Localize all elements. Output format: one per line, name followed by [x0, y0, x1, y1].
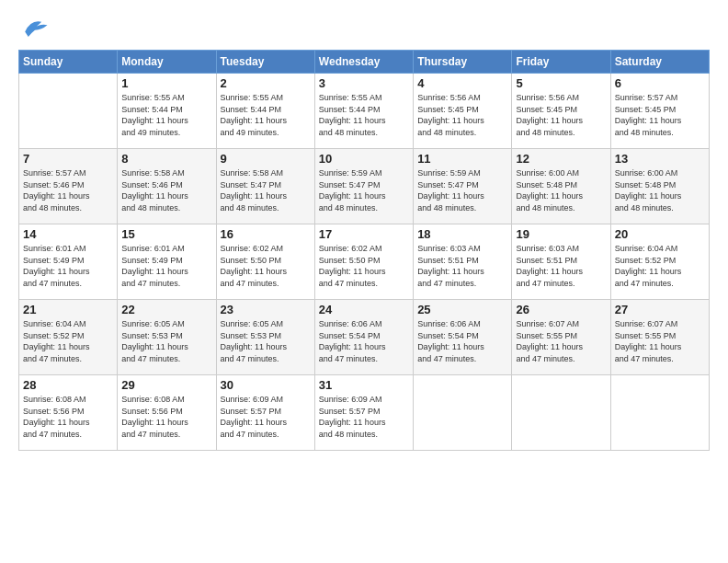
cell-info: Sunrise: 6:05 AM Sunset: 5:53 PM Dayligh…	[121, 318, 211, 364]
weekday-header-wednesday: Wednesday	[314, 51, 413, 74]
logo	[18, 15, 55, 40]
weekday-header-saturday: Saturday	[610, 51, 709, 74]
header	[18, 15, 710, 40]
calendar-cell: 27Sunrise: 6:07 AM Sunset: 5:55 PM Dayli…	[610, 300, 709, 375]
calendar-cell: 2Sunrise: 5:55 AM Sunset: 5:44 PM Daylig…	[216, 74, 314, 149]
day-number: 31	[319, 378, 409, 392]
calendar-cell: 22Sunrise: 6:05 AM Sunset: 5:53 PM Dayli…	[118, 300, 216, 375]
calendar-cell: 3Sunrise: 5:55 AM Sunset: 5:44 PM Daylig…	[314, 74, 413, 149]
calendar-cell: 8Sunrise: 5:58 AM Sunset: 5:46 PM Daylig…	[118, 149, 216, 224]
cell-info: Sunrise: 6:02 AM Sunset: 5:50 PM Dayligh…	[221, 243, 311, 289]
day-number: 7	[23, 152, 113, 166]
day-number: 10	[319, 152, 409, 166]
calendar-cell	[414, 375, 512, 451]
cell-info: Sunrise: 6:05 AM Sunset: 5:53 PM Dayligh…	[221, 318, 311, 364]
calendar-cell: 1Sunrise: 5:55 AM Sunset: 5:44 PM Daylig…	[118, 74, 216, 149]
cell-info: Sunrise: 6:04 AM Sunset: 5:52 PM Dayligh…	[23, 318, 113, 364]
day-number: 19	[516, 227, 606, 241]
day-number: 4	[417, 76, 507, 90]
day-number: 12	[516, 152, 606, 166]
cell-info: Sunrise: 6:06 AM Sunset: 5:54 PM Dayligh…	[319, 318, 409, 364]
cell-info: Sunrise: 5:55 AM Sunset: 5:44 PM Dayligh…	[121, 92, 211, 138]
day-number: 15	[121, 227, 211, 241]
calendar-cell: 4Sunrise: 5:56 AM Sunset: 5:45 PM Daylig…	[414, 74, 512, 149]
day-number: 9	[221, 152, 311, 166]
weekday-header-tuesday: Tuesday	[216, 51, 314, 74]
weekday-header-friday: Friday	[512, 51, 610, 74]
calendar-cell: 20Sunrise: 6:04 AM Sunset: 5:52 PM Dayli…	[610, 224, 709, 300]
calendar-cell: 24Sunrise: 6:06 AM Sunset: 5:54 PM Dayli…	[314, 300, 413, 375]
day-number: 26	[516, 303, 606, 316]
cell-info: Sunrise: 5:59 AM Sunset: 5:47 PM Dayligh…	[417, 167, 507, 213]
day-number: 28	[23, 378, 113, 392]
calendar-cell: 17Sunrise: 6:02 AM Sunset: 5:50 PM Dayli…	[314, 224, 413, 300]
day-number: 11	[417, 152, 507, 166]
day-number: 8	[121, 152, 211, 166]
cell-info: Sunrise: 6:01 AM Sunset: 5:49 PM Dayligh…	[121, 243, 211, 289]
calendar-table: SundayMondayTuesdayWednesdayThursdayFrid…	[18, 50, 710, 451]
day-number: 23	[221, 303, 311, 316]
calendar-cell: 6Sunrise: 5:57 AM Sunset: 5:45 PM Daylig…	[610, 74, 709, 149]
calendar-cell: 31Sunrise: 6:09 AM Sunset: 5:57 PM Dayli…	[314, 375, 413, 451]
calendar-cell: 14Sunrise: 6:01 AM Sunset: 5:49 PM Dayli…	[19, 224, 118, 300]
day-number: 20	[615, 227, 705, 241]
weekday-header-sunday: Sunday	[19, 51, 118, 74]
logo-icon	[18, 15, 51, 40]
day-number: 24	[319, 303, 409, 316]
calendar-cell: 11Sunrise: 5:59 AM Sunset: 5:47 PM Dayli…	[414, 149, 512, 224]
cell-info: Sunrise: 5:58 AM Sunset: 5:46 PM Dayligh…	[121, 167, 211, 213]
day-number: 21	[23, 303, 113, 316]
day-number: 5	[516, 76, 606, 90]
cell-info: Sunrise: 5:59 AM Sunset: 5:47 PM Dayligh…	[319, 167, 409, 213]
cell-info: Sunrise: 6:08 AM Sunset: 5:56 PM Dayligh…	[121, 394, 211, 440]
day-number: 18	[417, 227, 507, 241]
week-row-1: 1Sunrise: 5:55 AM Sunset: 5:44 PM Daylig…	[19, 74, 710, 149]
cell-info: Sunrise: 6:01 AM Sunset: 5:49 PM Dayligh…	[23, 243, 113, 289]
cell-info: Sunrise: 6:06 AM Sunset: 5:54 PM Dayligh…	[417, 318, 507, 364]
calendar-cell: 29Sunrise: 6:08 AM Sunset: 5:56 PM Dayli…	[118, 375, 216, 451]
day-number: 17	[319, 227, 409, 241]
cell-info: Sunrise: 5:58 AM Sunset: 5:47 PM Dayligh…	[221, 167, 311, 213]
cell-info: Sunrise: 6:03 AM Sunset: 5:51 PM Dayligh…	[516, 243, 606, 289]
day-number: 16	[221, 227, 311, 241]
cell-info: Sunrise: 6:09 AM Sunset: 5:57 PM Dayligh…	[221, 394, 311, 440]
page-container: SundayMondayTuesdayWednesdayThursdayFrid…	[0, 0, 728, 460]
cell-info: Sunrise: 6:02 AM Sunset: 5:50 PM Dayligh…	[319, 243, 409, 289]
calendar-cell: 21Sunrise: 6:04 AM Sunset: 5:52 PM Dayli…	[19, 300, 118, 375]
week-row-2: 7Sunrise: 5:57 AM Sunset: 5:46 PM Daylig…	[19, 149, 710, 224]
calendar-cell: 25Sunrise: 6:06 AM Sunset: 5:54 PM Dayli…	[414, 300, 512, 375]
calendar-cell: 15Sunrise: 6:01 AM Sunset: 5:49 PM Dayli…	[118, 224, 216, 300]
cell-info: Sunrise: 5:56 AM Sunset: 5:45 PM Dayligh…	[417, 92, 507, 138]
cell-info: Sunrise: 6:08 AM Sunset: 5:56 PM Dayligh…	[23, 394, 113, 440]
calendar-cell	[19, 74, 118, 149]
day-number: 13	[615, 152, 705, 166]
cell-info: Sunrise: 6:07 AM Sunset: 5:55 PM Dayligh…	[516, 318, 606, 364]
weekday-header-row: SundayMondayTuesdayWednesdayThursdayFrid…	[19, 51, 710, 74]
calendar-cell	[512, 375, 610, 451]
calendar-cell: 19Sunrise: 6:03 AM Sunset: 5:51 PM Dayli…	[512, 224, 610, 300]
calendar-cell: 23Sunrise: 6:05 AM Sunset: 5:53 PM Dayli…	[216, 300, 314, 375]
calendar-cell: 9Sunrise: 5:58 AM Sunset: 5:47 PM Daylig…	[216, 149, 314, 224]
cell-info: Sunrise: 6:09 AM Sunset: 5:57 PM Dayligh…	[319, 394, 409, 440]
day-number: 29	[121, 378, 211, 392]
cell-info: Sunrise: 6:07 AM Sunset: 5:55 PM Dayligh…	[615, 318, 705, 364]
day-number: 14	[23, 227, 113, 241]
calendar-cell: 18Sunrise: 6:03 AM Sunset: 5:51 PM Dayli…	[414, 224, 512, 300]
day-number: 30	[221, 378, 311, 392]
day-number: 2	[221, 76, 311, 90]
day-number: 22	[121, 303, 211, 316]
cell-info: Sunrise: 5:55 AM Sunset: 5:44 PM Dayligh…	[319, 92, 409, 138]
calendar-cell: 5Sunrise: 5:56 AM Sunset: 5:45 PM Daylig…	[512, 74, 610, 149]
weekday-header-thursday: Thursday	[414, 51, 512, 74]
week-row-5: 28Sunrise: 6:08 AM Sunset: 5:56 PM Dayli…	[19, 375, 710, 451]
day-number: 6	[615, 76, 705, 90]
cell-info: Sunrise: 5:57 AM Sunset: 5:46 PM Dayligh…	[23, 167, 113, 213]
week-row-3: 14Sunrise: 6:01 AM Sunset: 5:49 PM Dayli…	[19, 224, 710, 300]
cell-info: Sunrise: 6:00 AM Sunset: 5:48 PM Dayligh…	[516, 167, 606, 213]
cell-info: Sunrise: 6:03 AM Sunset: 5:51 PM Dayligh…	[417, 243, 507, 289]
calendar-cell: 30Sunrise: 6:09 AM Sunset: 5:57 PM Dayli…	[216, 375, 314, 451]
cell-info: Sunrise: 5:56 AM Sunset: 5:45 PM Dayligh…	[516, 92, 606, 138]
weekday-header-monday: Monday	[118, 51, 216, 74]
calendar-cell: 26Sunrise: 6:07 AM Sunset: 5:55 PM Dayli…	[512, 300, 610, 375]
cell-info: Sunrise: 5:57 AM Sunset: 5:45 PM Dayligh…	[615, 92, 705, 138]
